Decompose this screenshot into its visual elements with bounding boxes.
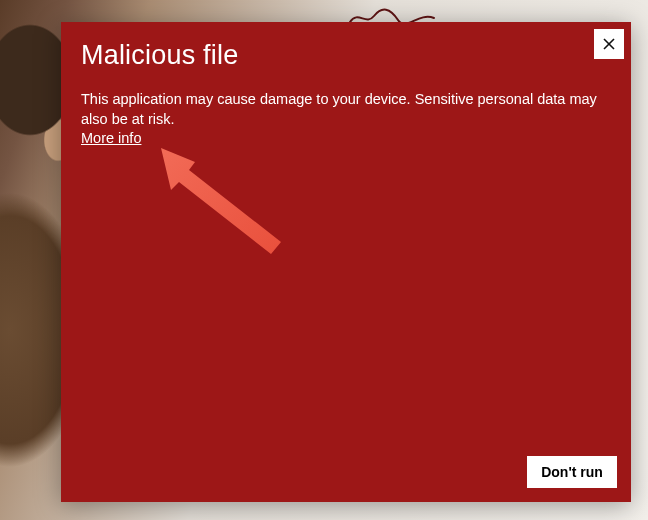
close-button[interactable] [594, 29, 624, 59]
dialog-title: Malicious file [81, 40, 238, 71]
close-icon [603, 38, 615, 50]
dont-run-button[interactable]: Don't run [527, 456, 617, 488]
svg-marker-2 [161, 148, 281, 254]
annotation-arrow-icon [139, 134, 299, 264]
more-info-link[interactable]: More info [81, 130, 141, 146]
dialog-message: This application may cause damage to you… [81, 90, 601, 129]
smartscreen-malicious-file-dialog: Malicious file This application may caus… [61, 22, 631, 502]
